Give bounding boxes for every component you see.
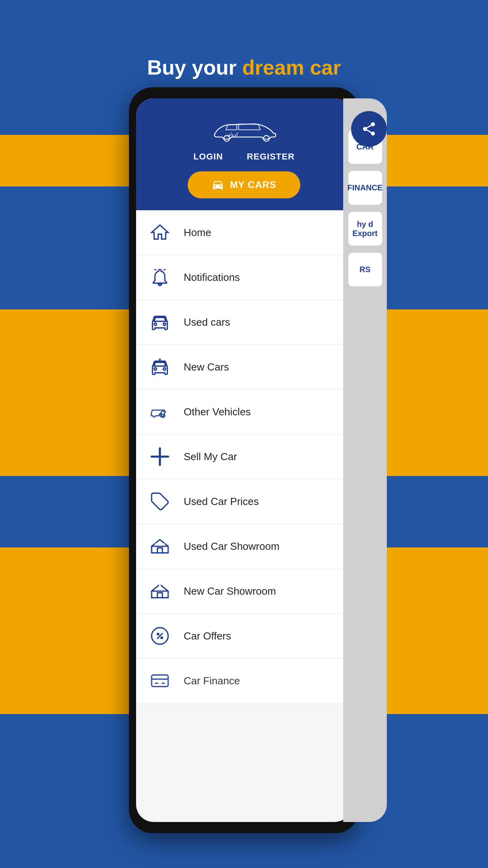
menu-item-new-car-showroom[interactable]: New Car Showroom <box>136 569 352 614</box>
phone-screen: كرولو LOGIN REGISTER MY CARS <box>136 98 352 822</box>
side-item-export-label: hy d Export <box>350 220 380 238</box>
car-icon <box>211 179 224 191</box>
logo-svg: كرولو <box>204 114 284 142</box>
svg-point-4 <box>154 496 156 497</box>
menu-item-new-cars[interactable]: New Cars <box>136 345 352 390</box>
app-header: كرولو LOGIN REGISTER MY CARS <box>136 98 352 210</box>
finance-icon <box>148 669 172 693</box>
home-label: Home <box>184 227 211 239</box>
new-car-icon <box>148 355 172 379</box>
svg-rect-6 <box>152 675 168 686</box>
menu-item-notifications[interactable]: Notifications <box>136 255 352 300</box>
menu-list: Home Notifications <box>136 210 352 703</box>
sell-my-car-label: Sell My Car <box>184 451 237 463</box>
menu-item-other-vehicles[interactable]: Other Vehicles <box>136 390 352 434</box>
used-car-prices-label: Used Car Prices <box>184 495 259 508</box>
share-icon <box>361 121 377 137</box>
menu-item-car-offers[interactable]: Car Offers <box>136 614 352 659</box>
showroom-icon <box>148 534 172 558</box>
price-tag-icon <box>148 490 172 513</box>
menu-item-home[interactable]: Home <box>136 210 352 255</box>
phone-device: كرولو LOGIN REGISTER MY CARS <box>129 87 359 833</box>
vehicles-icon <box>148 400 172 424</box>
side-item-finance-label: FINANCE <box>348 183 383 192</box>
menu-item-used-car-showroom[interactable]: Used Car Showroom <box>136 524 352 569</box>
side-item-export: hy d Export <box>348 212 382 246</box>
side-item-rs-label: RS <box>359 265 371 274</box>
my-cars-button[interactable]: MY CARS <box>188 171 300 198</box>
headline-highlight: dream car <box>242 56 341 79</box>
sell-icon <box>148 445 172 469</box>
used-cars-label: Used cars <box>184 316 230 328</box>
side-item-rs: RS <box>348 253 382 286</box>
other-vehicles-label: Other Vehicles <box>184 406 251 418</box>
bell-icon <box>148 265 172 289</box>
headline-prefix: Buy your <box>147 56 242 79</box>
svg-text:كرولو: كرولو <box>228 132 238 137</box>
new-showroom-icon <box>148 579 172 603</box>
new-cars-label: New Cars <box>184 361 229 373</box>
app-logo: كرولو <box>204 114 284 144</box>
car-offers-label: Car Offers <box>184 630 231 642</box>
offers-icon <box>148 624 172 648</box>
new-car-showroom-label: New Car Showroom <box>184 585 276 597</box>
side-panel: CAR FINANCE hy d Export RS <box>343 98 387 822</box>
menu-item-used-cars[interactable]: Used cars <box>136 300 352 345</box>
my-cars-label: MY CARS <box>230 179 276 190</box>
menu-item-car-finance[interactable]: Car Finance <box>136 659 352 703</box>
login-button[interactable]: LOGIN <box>193 152 223 162</box>
side-item-finance: FINANCE <box>348 171 382 205</box>
headline: Buy your dream car <box>0 56 488 79</box>
notifications-label: Notifications <box>184 271 240 284</box>
menu-item-sell-my-car[interactable]: Sell My Car <box>136 434 352 479</box>
share-button[interactable] <box>351 111 387 147</box>
menu-item-used-car-prices[interactable]: Used Car Prices <box>136 479 352 524</box>
auth-buttons: LOGIN REGISTER <box>193 152 294 162</box>
car-finance-label: Car Finance <box>184 675 240 687</box>
used-car-showroom-label: Used Car Showroom <box>184 540 279 553</box>
register-button[interactable]: REGISTER <box>247 152 294 162</box>
used-car-icon <box>148 310 172 334</box>
home-icon <box>148 221 172 244</box>
